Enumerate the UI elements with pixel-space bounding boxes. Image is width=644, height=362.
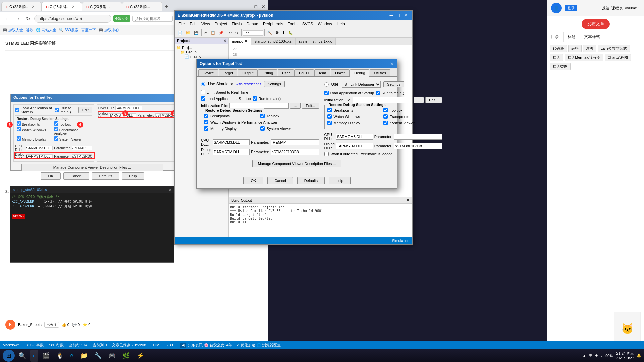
publish-btn[interactable]: 发布文章 [582,19,610,29]
dialog-close-btn[interactable]: ✕ [390,61,394,66]
bookmark-game-center[interactable]: 🎮 游戏中心 [99,27,119,33]
dialog-param-right-small[interactable] [155,113,175,118]
menu-edit[interactable]: Edit [187,21,199,27]
settings-btn-right[interactable]: Settings [383,81,404,87]
help-btn-small[interactable]: Help [122,172,144,180]
taskbar-app3[interactable]: 🎮 [106,350,118,362]
init-edit-right[interactable]: Edit... [425,97,442,103]
load-app-left[interactable] [201,96,205,101]
tray-arrow[interactable]: ▲ [583,354,586,358]
panel-tab-text[interactable]: 文本样式 [580,32,604,42]
user-avatar-right[interactable]: 👤 [551,3,562,13]
tool-classdiag[interactable]: 插入类图 [550,63,571,70]
bookmark-games[interactable]: 🎮 游戏大全 [3,27,23,33]
toolbar-undo[interactable]: ↩ [228,30,233,36]
tray-network[interactable]: ⊕ [595,353,598,358]
sidebar-close[interactable]: ✕ [223,39,226,43]
taskbar-qq[interactable]: 🐧 [54,350,66,362]
breakpoints-right[interactable] [327,108,332,112]
sysview-right[interactable] [383,121,388,125]
toolbar-build[interactable]: 🔨 [266,30,273,36]
run-main-right[interactable] [376,90,380,95]
cpu-dll-left-small[interactable] [26,146,53,150]
tray-sound[interactable]: ♪ [601,354,603,358]
taskbar-app4[interactable]: 🌿 [120,350,132,362]
uvision-minimize[interactable]: ─ [388,13,394,18]
simulator-radio[interactable] [201,82,205,86]
panel-tab-heading[interactable]: 标题 [564,32,580,42]
uvision-maximize[interactable]: □ [396,13,401,18]
menu-flash[interactable]: Flash [230,21,244,27]
back-button[interactable]: ← [3,15,11,22]
cancel-btn-main[interactable]: Cancel [267,177,293,184]
toolbar-open[interactable]: 📂 [184,30,192,36]
menu-project[interactable]: Project [213,21,229,27]
panel-tab-toc[interactable]: 目录 [547,32,564,42]
cpu-param-left-small[interactable] [72,146,92,150]
toolbar-new[interactable]: 📄 [176,30,184,36]
news-link-1[interactable]: 🌸 普父幺女24年... [204,343,235,348]
browser-maximize[interactable]: □ [253,4,259,9]
cpu-param-input-left[interactable] [271,139,319,145]
dialog-param-left-small[interactable] [72,154,92,159]
tab-main-c[interactable]: main.c ✕ [229,38,251,45]
tab-user[interactable]: User [278,69,294,76]
toolbox-left[interactable] [260,114,265,118]
manage-btn-small[interactable]: Manage Component Viewer Description File… [21,164,163,171]
toolbox-right[interactable] [383,108,388,112]
menu-peripherals[interactable]: Peripherals [261,21,285,27]
build-close[interactable]: ✕ [406,198,409,202]
dialog-dll-right-small[interactable] [109,113,136,118]
browser-tab-1[interactable]: C C (22条消… ✕ [1,2,42,11]
bookmark-baidu[interactable]: 百度一下 [81,27,96,33]
defaults-btn-small[interactable]: Defaults [92,172,119,180]
load-app-left-small[interactable] [15,108,19,112]
group-item-1[interactable]: 📁 Group [180,50,227,54]
toolbar-download[interactable]: ⬇ [281,30,286,36]
browser-tab-4[interactable]: C C (22条消… [122,2,162,11]
taskbar-app5[interactable]: ⚡ [134,350,147,362]
restrictions-link[interactable]: with restrictions [236,82,261,86]
help-btn-main[interactable]: Help [329,177,351,184]
taskbar-animation[interactable]: 🎬 [40,350,52,362]
tab-startup[interactable]: startup_stm32f103xb.s [251,38,295,45]
follow-btn[interactable]: 已关注 [44,322,59,328]
settings-btn-left[interactable]: Settings [264,81,285,87]
manage-btn-main[interactable]: Manage Component Viewer Description File… [252,160,342,167]
tool-codeblock[interactable]: 代码块 [550,45,567,52]
menu-help[interactable]: Help [335,21,347,27]
tool-footnote[interactable]: 注脚 [583,45,596,52]
tab-asm[interactable]: Asm [314,69,330,76]
ok-btn-small[interactable]: OK [41,172,61,180]
browser-tab-3[interactable]: C C (23条消… [82,2,122,11]
trace-right[interactable] [383,114,388,119]
watch-left[interactable] [204,120,208,124]
news-link-2[interactable]: ✓ 优化加速 [236,343,255,348]
debugger-select[interactable]: ST-Link Debugger [342,81,381,88]
tool-table[interactable]: 表格 [568,45,582,52]
browser-tab-2[interactable]: C C (23条消… ✕ [42,2,82,11]
tab-2-close[interactable]: ✕ [72,5,75,9]
volume-link[interactable]: Volume 1 [625,6,640,10]
toolbar-debug[interactable]: 🐛 [287,30,294,36]
prev-page-btn[interactable]: ◀ [180,343,186,348]
menu-file[interactable]: File [176,21,187,27]
bookmark-sites[interactable]: 🌐 网站大全 [36,27,56,33]
forward-button[interactable]: → [13,15,22,22]
warn-outdated-right[interactable] [324,152,329,156]
dialog-param-input-right[interactable] [394,143,442,149]
run-main-left[interactable] [253,96,257,101]
watch-right[interactable] [327,114,332,119]
memory-right[interactable] [327,121,332,125]
tab-cpp[interactable]: C/C++ [294,69,314,76]
clock[interactable]: 21:24 周三 2021/10/27 [615,351,634,360]
tool-insert[interactable]: 插入 [550,54,563,61]
toolbar-save[interactable]: 💾 [193,30,200,36]
cancel-btn-small[interactable]: Cancel [63,172,89,180]
login-btn[interactable]: 登录 [565,5,577,11]
run-main-left-small[interactable] [55,108,59,112]
news-link-3[interactable]: 🌐 浏览器医生 [257,343,281,348]
tab-close[interactable]: ✕ [244,39,247,43]
init-file-left[interactable] [229,103,289,109]
bookmark-google[interactable]: 谷歌 [26,27,33,33]
